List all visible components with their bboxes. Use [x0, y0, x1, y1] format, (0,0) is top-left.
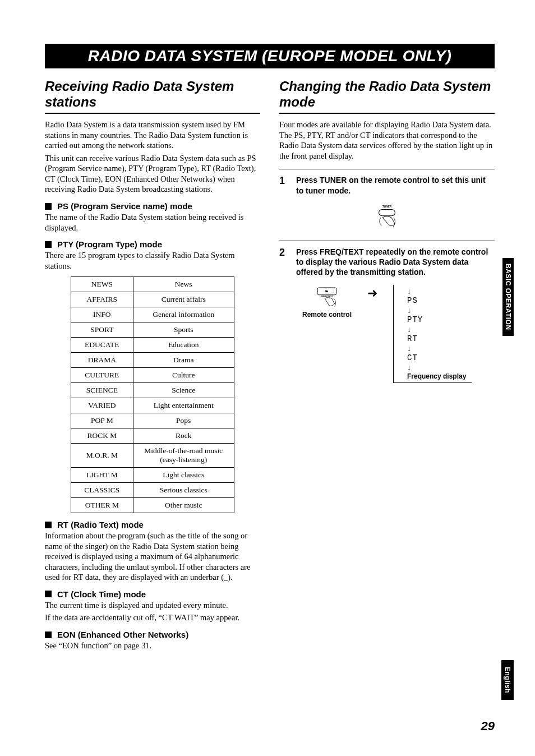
step-2-illustration: ⏮ FREQ/TEXT Remote control ➜ ↓PS↓PTY↓RT↓…	[279, 285, 495, 383]
pty-code-cell: AFFAIRS	[71, 292, 133, 307]
table-row: ROCK MRock	[71, 428, 234, 444]
pty-code-cell: LIGHT M	[71, 468, 133, 483]
side-tab-english: English	[501, 660, 514, 700]
svg-rect-0	[379, 209, 395, 215]
table-row: LIGHT MLight classics	[71, 468, 234, 483]
arrow-down-icon: ↓	[407, 325, 411, 333]
rt-heading: RT (Radio Text) mode	[45, 520, 260, 529]
pty-desc-cell: Pops	[133, 413, 234, 428]
right-intro: Four modes are available for displaying …	[279, 119, 495, 161]
mode-flow-list: ↓PS↓PTY↓RT↓CT ↓ Frequency display	[393, 285, 472, 383]
pty-code-cell: M.O.R. M	[71, 444, 133, 468]
step-1-text: Press TUNER on the remote control to set…	[296, 175, 495, 195]
pty-desc-cell: Science	[133, 383, 234, 398]
arrow-down-icon: ↓	[407, 287, 411, 295]
rt-body: Information about the program (such as t…	[45, 531, 260, 583]
ct-heading: CT (Clock Time) mode	[45, 589, 260, 599]
pty-code-cell: CLASSICS	[71, 483, 133, 498]
page-number: 29	[481, 719, 495, 734]
pty-desc-cell: Rock	[133, 428, 234, 444]
arrow-down-icon: ↓	[407, 344, 411, 352]
table-row: EDUCATEEducation	[71, 338, 234, 353]
pty-heading-label: PTY (Program Type) mode	[57, 239, 162, 249]
table-row: SPORTSports	[71, 322, 234, 338]
pty-heading: PTY (Program Type) mode	[45, 239, 260, 249]
step-1-illustration: TUNER	[279, 202, 495, 233]
pty-desc-cell: Other music	[133, 498, 234, 513]
pty-code-cell: OTHER M	[71, 498, 133, 513]
pty-code-cell: INFO	[71, 307, 133, 322]
ct-body-2: If the data are accidentally cut off, “C…	[45, 612, 260, 623]
left-column: Receiving Radio Data System stations Rad…	[45, 79, 260, 653]
table-row: VARIEDLight entertainment	[71, 398, 234, 413]
pty-table: NEWSNewsAFFAIRSCurrent affairsINFOGenera…	[71, 276, 234, 513]
eon-heading-label: EON (Enhanced Other Networks)	[57, 630, 188, 639]
eon-body: See “EON function” on page 31.	[45, 640, 260, 651]
pty-code-cell: SPORT	[71, 322, 133, 338]
eon-heading: EON (Enhanced Other Networks)	[45, 630, 260, 639]
mode-indicator: PS	[407, 296, 418, 305]
table-row: NEWSNews	[71, 277, 234, 292]
ct-heading-label: CT (Clock Time) mode	[57, 589, 146, 599]
frequency-display-label: Frequency display	[407, 372, 472, 380]
step-1: 1 Press TUNER on the remote control to s…	[279, 169, 495, 195]
arrow-right-icon: ➜	[367, 287, 377, 299]
pty-code-cell: SCIENCE	[71, 383, 133, 398]
table-row: CLASSICSSerious classics	[71, 483, 234, 498]
square-bullet-icon	[45, 522, 52, 528]
pty-desc-cell: Serious classics	[133, 483, 234, 498]
arrow-down-icon: ↓	[407, 363, 472, 371]
step-2-number: 2	[279, 247, 288, 278]
pty-desc-cell: News	[133, 277, 234, 292]
table-row: INFOGeneral information	[71, 307, 234, 322]
arrow-down-icon: ↓	[407, 306, 411, 314]
table-row: M.O.R. MMiddle-of-the-road music (easy-l…	[71, 444, 234, 468]
pty-desc-cell: Culture	[133, 368, 234, 383]
tuner-label: TUNER	[382, 205, 392, 208]
remote-button-freqtext-icon: ⏮ FREQ/TEXT	[311, 285, 343, 308]
mode-indicator: CT	[407, 353, 418, 362]
banner-title: RADIO DATA SYSTEM (EUROPE MODEL ONLY)	[88, 47, 452, 65]
pty-code-cell: NEWS	[71, 277, 133, 292]
mode-indicator: PTY	[407, 315, 423, 324]
square-bullet-icon	[45, 631, 52, 638]
left-section-title: Receiving Radio Data System stations	[45, 79, 260, 114]
pty-desc-cell: Light classics	[133, 468, 234, 483]
pty-body: There are 15 program types to classify R…	[45, 250, 260, 271]
step-1-number: 1	[279, 175, 288, 195]
pty-desc-cell: Sports	[133, 322, 234, 338]
side-tab-basic-operation: BASIC OPERATION	[502, 258, 514, 336]
table-row: DRAMADrama	[71, 353, 234, 368]
svg-text:⏮: ⏮	[325, 289, 329, 293]
pty-code-cell: POP M	[71, 413, 133, 428]
square-bullet-icon	[45, 241, 52, 248]
step-2: 2 Press FREQ/TEXT repeatedly on the remo…	[279, 241, 495, 278]
pty-desc-cell: Current affairs	[133, 292, 234, 307]
pty-desc-cell: General information	[133, 307, 234, 322]
mode-indicator: RT	[407, 334, 418, 343]
table-row: AFFAIRSCurrent affairs	[71, 292, 234, 307]
pty-code-cell: EDUCATE	[71, 338, 133, 353]
pty-desc-cell: Light entertainment	[133, 398, 234, 413]
rt-heading-label: RT (Radio Text) mode	[57, 520, 144, 529]
square-bullet-icon	[45, 203, 52, 210]
freqtext-label: FREQ/TEXT	[321, 295, 334, 298]
pty-code-cell: VARIED	[71, 398, 133, 413]
pty-desc-cell: Drama	[133, 353, 234, 368]
table-row: CULTURECulture	[71, 368, 234, 383]
ps-body: The name of the Radio Data System statio…	[45, 212, 260, 233]
pty-desc-cell: Middle-of-the-road music (easy-listening…	[133, 444, 234, 468]
ps-heading: PS (Program Service name) mode	[45, 201, 260, 211]
right-section-title: Changing the Radio Data System mode	[279, 79, 495, 114]
pty-code-cell: DRAMA	[71, 353, 133, 368]
right-column: Changing the Radio Data System mode Four…	[279, 79, 495, 653]
step-2-text: Press FREQ/TEXT repeatedly on the remote…	[296, 247, 495, 278]
remote-control-icon-group: ⏮ FREQ/TEXT Remote control	[302, 285, 352, 319]
remote-button-tuner-icon: TUNER	[369, 202, 405, 233]
page-banner: RADIO DATA SYSTEM (EUROPE MODEL ONLY)	[45, 44, 495, 68]
table-row: OTHER MOther music	[71, 498, 234, 513]
pty-code-cell: CULTURE	[71, 368, 133, 383]
left-intro-1: Radio Data System is a data transmission…	[45, 119, 260, 151]
table-row: POP MPops	[71, 413, 234, 428]
left-intro-2: This unit can receive various Radio Data…	[45, 153, 260, 195]
